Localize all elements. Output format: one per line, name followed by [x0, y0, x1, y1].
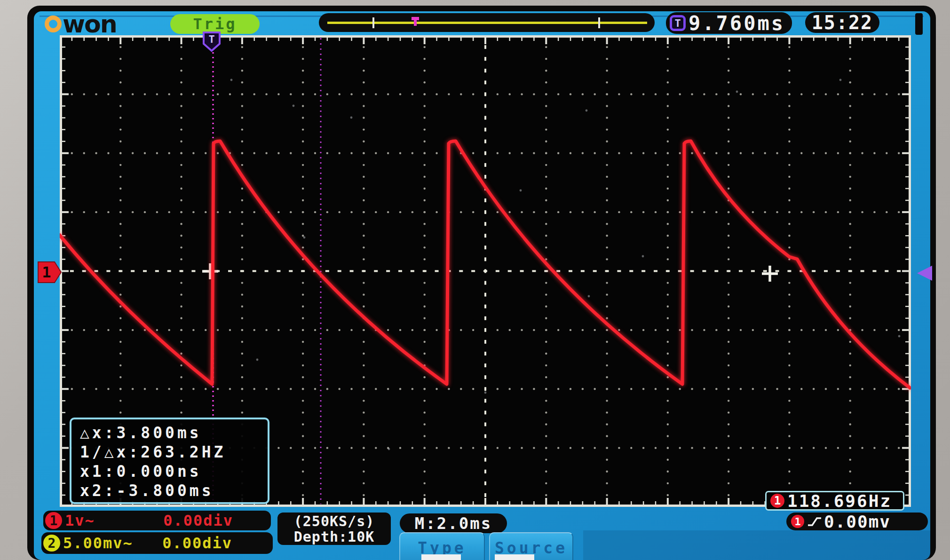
acquisition-readout: (250KS/s) Depth:10K: [277, 513, 391, 545]
channel2-badge: 2: [43, 535, 60, 552]
cursor-measurement-box: △x:3.800ms 1/△x:263.2HZ x1:0.000ns x2:-3…: [70, 418, 269, 504]
type-value-box: [421, 554, 461, 560]
trigger-status-readout: 1 0.00mv: [786, 513, 928, 530]
channel1-badge: 1: [45, 512, 62, 529]
cursor-x2: x2:-3.800ms: [80, 481, 268, 500]
owon-logo-text: won: [63, 15, 117, 33]
channel2-position: 0.00div: [162, 534, 232, 552]
trigger-channel-badge: 1: [791, 515, 804, 528]
rising-edge-icon: [807, 516, 822, 527]
channel1-scale: 1v~: [65, 512, 95, 529]
record-timeline[interactable]: [319, 13, 655, 32]
cursor-x1: x1:0.000ns: [80, 462, 268, 481]
trigger-level-value: 0.00mv: [824, 512, 891, 531]
trigger-time-pill: T 9.760ms: [666, 12, 792, 34]
memory-depth: Depth:10K: [294, 529, 375, 544]
trigger-position-marker[interactable]: T: [202, 31, 221, 53]
source-value-box: [495, 554, 534, 560]
trigger-time-value: 9.760ms: [689, 12, 785, 35]
timeline-trigger-marker: [412, 17, 419, 20]
oscilloscope-photo: won Trig T 9.760ms 15:22 T 1 △x:3.800ms …: [0, 0, 950, 560]
trig-label: Trig: [193, 15, 237, 33]
trigger-level-arrow-icon[interactable]: [916, 265, 933, 281]
sample-rate: (250KS/s): [294, 513, 375, 529]
timeline-window-tick: [598, 17, 600, 28]
clock-value: 15:22: [812, 12, 873, 33]
channel2-scale: 5.00mv~: [63, 534, 133, 552]
owon-logo: won: [45, 13, 117, 35]
channel1-position: 0.00div: [163, 512, 233, 529]
channel1-position-marker[interactable]: 1: [38, 261, 62, 283]
owon-logo-o-icon: [45, 16, 62, 32]
screen-shade: [583, 530, 930, 560]
clock-pill: 15:22: [805, 12, 879, 33]
trigger-marker-letter: T: [208, 33, 214, 45]
channel2-readout: 2 5.00mv~ 0.00div: [41, 532, 273, 554]
freq-channel-badge: 1: [770, 494, 784, 508]
timeline-window-tick: [372, 17, 374, 28]
cursor-delta-x: △x:3.800ms: [80, 423, 268, 442]
cursor-inv-delta-x: 1/△x:263.2HZ: [80, 442, 268, 462]
channel1-readout: 1 1v~ 0.00div: [43, 511, 271, 530]
channel1-marker-number: 1: [42, 263, 51, 281]
timebase-value: M:2.0ms: [415, 514, 492, 533]
bezel-notch: [915, 13, 923, 35]
timebase-pill: M:2.0ms: [400, 513, 507, 533]
trigger-t-icon: T: [670, 15, 686, 31]
freq-value: 118.696Hz: [787, 491, 892, 511]
frequency-counter: 1 118.696Hz: [765, 491, 904, 511]
